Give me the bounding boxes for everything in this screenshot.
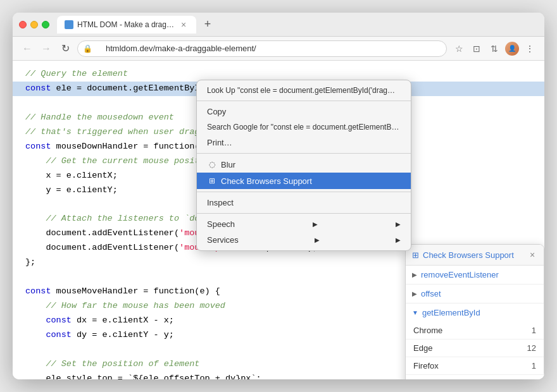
tab-bar: HTML DOM - Make a draggab… × + bbox=[57, 16, 538, 34]
context-menu: Look Up "const ele = document.getElement… bbox=[196, 80, 411, 251]
context-menu-search-label: Search Google for "const ele = document.… bbox=[207, 123, 401, 132]
context-menu-blur-label: Blur bbox=[221, 160, 235, 169]
context-menu-divider-4 bbox=[197, 213, 411, 214]
maximize-window-button[interactable] bbox=[42, 21, 49, 28]
browser-version-edge: 12 bbox=[527, 343, 536, 353]
browser-name-edge: Edge bbox=[413, 343, 432, 353]
context-menu-speech-label: Speech bbox=[207, 219, 235, 229]
context-menu-item-copy[interactable]: Copy bbox=[197, 104, 411, 119]
blur-icon: ◌ bbox=[207, 159, 217, 169]
bsp-browser-row-edge: Edge 12 bbox=[406, 340, 544, 357]
context-menu-divider-2 bbox=[197, 153, 411, 154]
bsp-section-header-getElementById[interactable]: ▼ getElementById bbox=[406, 303, 544, 322]
context-menu-item-check-browsers[interactable]: ⊞ Check Browsers Support bbox=[197, 173, 411, 189]
collapse-arrow-icon: ▶ bbox=[412, 271, 417, 278]
code-var: ele = document.getElementById( bbox=[56, 83, 210, 93]
url-text: htmldom.dev/make-a-draggable-element/ bbox=[96, 44, 256, 53]
context-menu-divider bbox=[197, 101, 411, 101]
bsp-browser-row-ie: Internet Explorer 5.5 bbox=[406, 375, 544, 379]
context-menu-divider-3 bbox=[197, 192, 411, 192]
context-menu-item-lookup[interactable]: Look Up "const ele = document.getElement… bbox=[197, 83, 411, 98]
tab-title: HTML DOM - Make a draggab… bbox=[77, 20, 175, 29]
keyword: const bbox=[25, 142, 56, 151]
bsp-icon: ⊞ bbox=[412, 250, 419, 260]
content-area: // Query the element const ele = documen… bbox=[13, 61, 544, 379]
blur-item-left: ◌ Blur bbox=[207, 159, 235, 169]
menu-icon[interactable]: ⋮ bbox=[523, 42, 537, 56]
title-bar: HTML DOM - Make a draggab… × + bbox=[13, 13, 544, 37]
context-menu-services-label: Services bbox=[207, 235, 239, 245]
bsp-section-getElementById: ▼ getElementById Chrome 1 Edge 12 Firefo… bbox=[406, 303, 544, 379]
expand-arrow-icon: ▼ bbox=[412, 309, 418, 316]
bsp-header: ⊞ Check Browsers Support × bbox=[406, 245, 544, 266]
bsp-title-text: Check Browsers Support bbox=[423, 250, 514, 260]
reload-button[interactable]: ↻ bbox=[58, 42, 72, 56]
services-arrow-icon: ▶ bbox=[315, 236, 320, 243]
browser-version-firefox: 1 bbox=[532, 361, 536, 371]
keyword: const bbox=[46, 330, 77, 340]
browser-window: HTML DOM - Make a draggab… × + ← → ↻ 🔒 h… bbox=[13, 13, 544, 379]
new-tab-button[interactable]: + bbox=[199, 16, 216, 34]
toolbar-icons: ☆ ⊡ ⇅ 👤 ⋮ bbox=[452, 42, 537, 56]
minimize-window-button[interactable] bbox=[30, 21, 38, 28]
bsp-close-button[interactable]: × bbox=[527, 250, 537, 260]
context-menu-item-speech[interactable]: Speech ▶ bbox=[197, 216, 411, 232]
context-menu-lookup-label: Look Up "const ele = document.getElement… bbox=[207, 86, 401, 95]
context-menu-item-search-google[interactable]: Search Google for "const ele = document.… bbox=[197, 119, 411, 135]
bsp-browser-row-chrome: Chrome 1 bbox=[406, 322, 544, 340]
bsp-section-removeEventListener: ▶ removeEventListener bbox=[406, 266, 544, 285]
bsp-section-header-offset[interactable]: ▶ offset bbox=[406, 285, 544, 303]
context-menu-check-browsers-label: Check Browsers Support bbox=[221, 176, 312, 186]
browser-name-chrome: Chrome bbox=[413, 326, 442, 335]
check-browsers-item-left: ⊞ Check Browsers Support bbox=[207, 176, 312, 186]
speech-arrow-icon: ▶ bbox=[313, 221, 318, 228]
keyword: const bbox=[46, 315, 77, 325]
bsp-section-label-removeEventListener: removeEventListener bbox=[421, 270, 499, 279]
profile-sync-icon[interactable]: ⇅ bbox=[487, 42, 501, 56]
active-tab[interactable]: HTML DOM - Make a draggab… × bbox=[57, 16, 196, 34]
context-menu-item-inspect[interactable]: Inspect bbox=[197, 195, 411, 211]
check-browsers-icon: ⊞ bbox=[207, 176, 217, 186]
bsp-section-header-removeEventListener[interactable]: ▶ removeEventListener bbox=[406, 266, 544, 284]
forward-button[interactable]: → bbox=[39, 42, 53, 56]
context-menu-print-label: Print… bbox=[207, 138, 232, 147]
tab-close-button[interactable]: × bbox=[178, 20, 189, 30]
cast-icon[interactable]: ⊡ bbox=[470, 42, 484, 56]
context-menu-copy-label: Copy bbox=[207, 107, 226, 116]
bsp-title: ⊞ Check Browsers Support bbox=[412, 250, 514, 260]
browser-version-ie: 5.5 bbox=[525, 379, 536, 379]
bsp-section-label-offset: offset bbox=[421, 289, 441, 298]
bsp-section-label-getElementById: getElementById bbox=[422, 308, 480, 317]
address-input[interactable]: 🔒 htmldom.dev/make-a-draggable-element/ bbox=[77, 40, 447, 57]
browser-name-firefox: Firefox bbox=[413, 361, 439, 371]
close-window-button[interactable] bbox=[19, 21, 27, 28]
lock-icon: 🔒 bbox=[83, 44, 92, 53]
traffic-lights bbox=[19, 21, 49, 28]
context-menu-item-blur[interactable]: ◌ Blur bbox=[197, 156, 411, 173]
keyword-const: const bbox=[25, 83, 56, 93]
address-bar: ← → ↻ 🔒 htmldom.dev/make-a-draggable-ele… bbox=[13, 37, 544, 61]
back-button[interactable]: ← bbox=[20, 42, 34, 56]
bsp-section-offset: ▶ offset bbox=[406, 285, 544, 303]
keyword: const bbox=[25, 286, 56, 296]
browser-name-ie: Internet Explorer bbox=[413, 379, 474, 379]
collapse-arrow-icon-2: ▶ bbox=[412, 290, 417, 297]
avatar[interactable]: 👤 bbox=[505, 42, 519, 56]
tab-favicon bbox=[65, 20, 73, 29]
bsp-browser-row-firefox: Firefox 1 bbox=[406, 357, 544, 375]
browser-version-chrome: 1 bbox=[532, 326, 536, 335]
bookmark-icon[interactable]: ☆ bbox=[452, 42, 466, 56]
context-menu-inspect-label: Inspect bbox=[207, 198, 234, 207]
browser-support-panel: ⊞ Check Browsers Support × ▶ removeEvent… bbox=[405, 244, 544, 379]
context-menu-item-services[interactable]: Services ▶ bbox=[197, 232, 411, 248]
context-menu-item-print[interactable]: Print… bbox=[197, 135, 411, 150]
